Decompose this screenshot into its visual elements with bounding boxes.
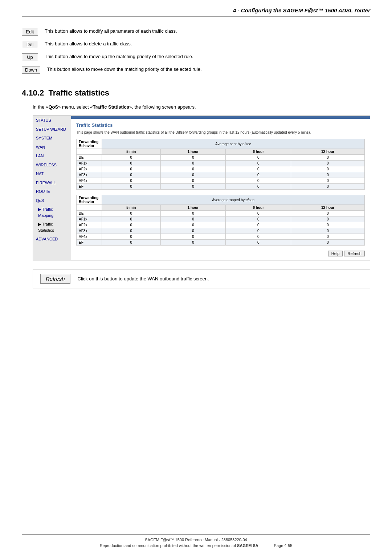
router-header-bar	[71, 116, 370, 119]
sent-12hour: 12 hour	[291, 149, 365, 155]
sent-group-header: Average sent byte/sec	[102, 139, 365, 149]
router-main: Traffic Statistics This page shows the W…	[71, 116, 370, 260]
sidebar-item-traffic-statistics[interactable]: ▶ Traffic Statistics	[33, 220, 71, 235]
table-row: AF4x0000	[77, 178, 365, 184]
refresh-main-button[interactable]: Refresh	[40, 274, 70, 284]
down-desc: This button allows to move down the matc…	[47, 66, 201, 73]
dropped-6hour: 6 hour	[226, 205, 291, 211]
sidebar-item-wireless[interactable]: WIRELESS	[33, 161, 71, 170]
down-button[interactable]: Down	[22, 66, 40, 74]
sent-1hour: 1 hour	[160, 149, 226, 155]
sent-behavior-header: ForwardingBehavior	[77, 139, 102, 149]
dropped-behavior-subheader	[77, 205, 102, 211]
table-row: AF2x0000	[77, 222, 365, 228]
traffic-stats-title: Traffic Statistics	[76, 122, 365, 128]
section-title: 4.10.2 Traffic statistics	[22, 88, 370, 98]
up-button[interactable]: Up	[22, 53, 38, 61]
table-row: EF0000	[77, 240, 365, 246]
refresh-description: Click on this button to update the WAN o…	[78, 276, 209, 281]
dropped-group-header: Average dropped byte/sec	[102, 195, 365, 205]
qos-menu-label: QoS	[48, 104, 58, 110]
sidebar-item-qos[interactable]: QoS	[33, 196, 71, 205]
header-title-text: 4 - Configuring the SAGEM F@st™ 1500 ADS…	[233, 7, 370, 13]
down-row: Down This button allows to move down the…	[22, 66, 370, 74]
section-intro: In the «QoS» menu, select «Traffic Stati…	[33, 104, 370, 110]
table-row: AF4x0000	[77, 234, 365, 240]
footer-line2: Reproduction and communication prohibite…	[22, 543, 370, 548]
router-sidebar: STATUS SETUP WIZARD SYSTEM WAN LAN WIREL…	[33, 116, 71, 260]
sidebar-item-nat[interactable]: NAT	[33, 169, 71, 178]
refresh-button-ui[interactable]: Refresh	[344, 251, 365, 256]
router-ui: STATUS SETUP WIZARD SYSTEM WAN LAN WIREL…	[33, 116, 370, 260]
sent-table: ForwardingBehavior Average sent byte/sec…	[76, 139, 365, 190]
sent-6hour: 6 hour	[226, 149, 291, 155]
up-row: Up This button allows to move up the mat…	[22, 53, 370, 61]
button-descriptions: Edit This button allows to modify all pa…	[22, 28, 370, 74]
sent-5min: 5 min	[102, 149, 161, 155]
page-wrapper: 4 - Configuring the SAGEM F@st™ 1500 ADS…	[0, 0, 392, 555]
del-desc: This button allows to delete a traffic c…	[45, 41, 132, 47]
dropped-5min: 5 min	[102, 205, 161, 211]
sent-behavior-subheader	[77, 149, 102, 155]
table-row: EF0000	[77, 184, 365, 190]
traffic-stats-desc: This page shows the WAN outbound traffic…	[76, 130, 365, 135]
table-row: AF1x0000	[77, 216, 365, 222]
help-button[interactable]: Help	[328, 251, 343, 256]
edit-desc: This button allows to modify all paramet…	[45, 28, 177, 35]
traffic-stats-label: Traffic Statistics	[93, 104, 129, 110]
refresh-row: Refresh Click on this button to update t…	[33, 269, 370, 288]
dropped-12hour: 12 hour	[291, 205, 365, 211]
page-footer: SAGEM F@st™ 1500 Reference Manual - 2880…	[22, 534, 370, 548]
footer-line1: SAGEM F@st™ 1500 Reference Manual - 2880…	[22, 538, 370, 542]
dropped-behavior-header: ForwardingBehavior	[77, 195, 102, 205]
table-row: AF1x0000	[77, 161, 365, 166]
sidebar-item-route[interactable]: ROUTE	[33, 187, 71, 196]
del-row: Del This button allows to delete a traff…	[22, 41, 370, 48]
sidebar-item-status[interactable]: STATUS	[33, 116, 71, 125]
del-button[interactable]: Del	[22, 41, 38, 48]
router-content: Traffic Statistics This page shows the W…	[71, 119, 370, 260]
up-desc: This button allows to move up the matchi…	[45, 53, 193, 60]
page-header-title: 4 - Configuring the SAGEM F@st™ 1500 ADS…	[22, 7, 370, 17]
table-row: AF3x0000	[77, 228, 365, 234]
sidebar-item-advanced[interactable]: ADVANCED	[33, 235, 71, 244]
sidebar-item-setup-wizard[interactable]: SETUP WIZARD	[33, 125, 71, 134]
dropped-1hour: 1 hour	[160, 205, 226, 211]
table-row: AF3x0000	[77, 172, 365, 178]
edit-button[interactable]: Edit	[22, 28, 38, 36]
table-row: BE0000	[77, 211, 365, 216]
sidebar-item-traffic-mapping[interactable]: ▶ Traffic Mapping	[33, 205, 71, 220]
table-row: AF2x0000	[77, 166, 365, 172]
edit-row: Edit This button allows to modify all pa…	[22, 28, 370, 36]
dropped-table: ForwardingBehavior Average dropped byte/…	[76, 195, 365, 246]
sidebar-item-system[interactable]: SYSTEM	[33, 134, 71, 143]
sidebar-item-firewall[interactable]: FIREWALL	[33, 178, 71, 187]
sidebar-item-wan[interactable]: WAN	[33, 143, 71, 152]
table-row: BE0000	[77, 155, 365, 161]
bottom-buttons: Help Refresh	[76, 251, 365, 256]
sidebar-item-lan[interactable]: LAN	[33, 151, 71, 161]
